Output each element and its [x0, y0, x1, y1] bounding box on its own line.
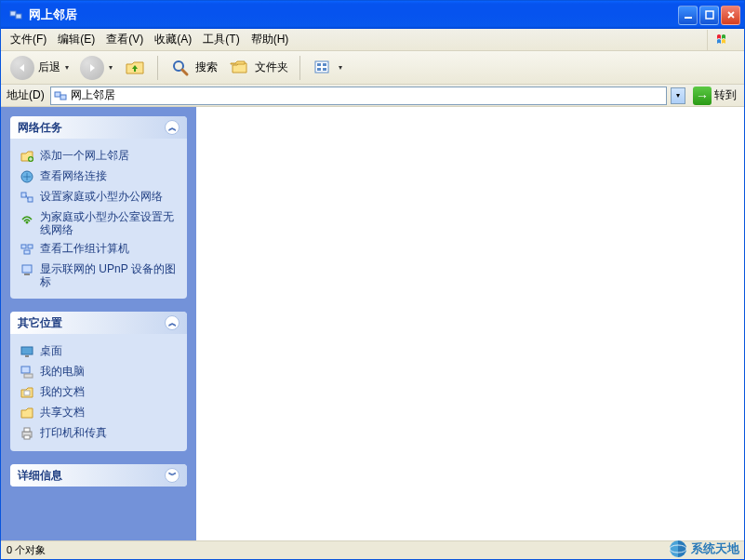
svg-rect-6 — [317, 63, 321, 66]
svg-rect-9 — [323, 68, 326, 71]
folders-button[interactable]: 文件夹 — [225, 55, 292, 81]
task-view-workgroup[interactable]: 查看工作组计算机 — [20, 239, 178, 260]
svg-rect-19 — [24, 250, 30, 254]
place-desktop[interactable]: 桌面 — [20, 341, 178, 362]
maximize-button[interactable] — [699, 6, 719, 25]
menu-view[interactable]: 查看(V) — [100, 30, 149, 49]
toolbar: 后退 ▾ ▾ 搜索 文件夹 ▾ — [1, 51, 744, 85]
shared-folder-icon — [20, 406, 34, 420]
address-dropdown[interactable]: ▾ — [671, 87, 685, 104]
place-my-documents[interactable]: 我的文档 — [20, 382, 178, 403]
back-button[interactable]: 后退 ▾ — [7, 54, 73, 82]
add-place-icon — [20, 149, 34, 164]
chevron-down-icon: ▾ — [65, 63, 69, 72]
task-show-upnp[interactable]: 显示联网的 UPnP 设备的图标 — [20, 260, 178, 291]
task-setup-network[interactable]: 设置家庭或小型办公网络 — [20, 187, 178, 207]
desktop-icon — [20, 344, 34, 359]
printer-icon — [20, 426, 34, 441]
address-label: 地址(D) — [5, 87, 47, 103]
place-my-computer[interactable]: 我的电脑 — [20, 362, 178, 382]
go-button[interactable]: → 转到 — [689, 87, 740, 105]
panel-header-other[interactable]: 其它位置 ︽ — [10, 312, 187, 334]
menu-bar: 文件(F) 编辑(E) 查看(V) 收藏(A) 工具(T) 帮助(H) — [1, 29, 744, 51]
back-icon — [10, 56, 34, 80]
address-bar: 地址(D) 网上邻居 ▾ → 转到 — [1, 85, 744, 107]
status-text: 0 个对象 — [7, 543, 46, 557]
panel-details: 详细信息 ︾ — [10, 464, 187, 487]
menu-edit[interactable]: 编辑(E) — [52, 30, 100, 49]
task-setup-wireless[interactable]: 为家庭或小型办公室设置无线网络 — [20, 207, 178, 239]
views-icon — [312, 57, 334, 79]
place-printers[interactable]: 打印机和传真 — [20, 423, 178, 444]
svg-rect-14 — [21, 193, 26, 197]
up-button[interactable] — [120, 55, 150, 81]
tasks-sidebar: 网络任务 ︽ 添加一个网上邻居 查看网络连接 设置家庭或小型办公网络 — [1, 107, 196, 540]
svg-rect-8 — [317, 68, 321, 71]
svg-rect-26 — [24, 391, 30, 395]
svg-rect-25 — [24, 374, 33, 378]
window-title: 网上邻居 — [27, 7, 678, 23]
content-area[interactable] — [196, 107, 744, 540]
menu-file[interactable]: 文件(F) — [5, 30, 52, 49]
chevron-down-icon: ▾ — [109, 63, 113, 72]
menu-tools[interactable]: 工具(T) — [197, 30, 245, 49]
svg-rect-2 — [685, 17, 692, 19]
folder-up-icon — [124, 57, 146, 79]
task-view-connections[interactable]: 查看网络连接 — [20, 167, 178, 187]
panel-network-tasks: 网络任务 ︽ 添加一个网上邻居 查看网络连接 设置家庭或小型办公网络 — [10, 116, 187, 299]
svg-rect-20 — [22, 265, 32, 273]
computer-icon — [20, 365, 34, 380]
svg-rect-1 — [16, 14, 21, 19]
documents-icon — [20, 385, 34, 400]
svg-rect-3 — [706, 11, 713, 19]
views-button[interactable]: ▾ — [308, 55, 346, 81]
collapse-icon: ︽ — [165, 120, 180, 135]
forward-button[interactable]: ▾ — [76, 54, 116, 82]
svg-rect-28 — [24, 428, 30, 432]
collapse-icon: ︽ — [165, 315, 180, 330]
panel-header-details[interactable]: 详细信息 ︾ — [10, 464, 187, 487]
svg-rect-10 — [55, 92, 60, 97]
panel-header-network[interactable]: 网络任务 ︽ — [10, 116, 187, 139]
menu-favorites[interactable]: 收藏(A) — [149, 30, 197, 49]
svg-rect-17 — [21, 245, 26, 248]
go-arrow-icon: → — [693, 87, 712, 105]
windows-flag-icon — [707, 30, 740, 50]
folders-icon — [229, 57, 251, 79]
address-value: 网上邻居 — [71, 87, 115, 103]
svg-point-16 — [26, 221, 29, 224]
network-connections-icon — [20, 169, 34, 184]
svg-rect-15 — [28, 197, 33, 202]
expand-icon: ︾ — [165, 468, 180, 483]
svg-rect-5 — [315, 61, 328, 73]
svg-rect-0 — [10, 11, 16, 16]
upnp-icon — [20, 262, 34, 277]
place-shared-documents[interactable]: 共享文档 — [20, 403, 178, 423]
task-add-network-place[interactable]: 添加一个网上邻居 — [20, 146, 178, 167]
wireless-icon — [20, 210, 34, 225]
svg-rect-23 — [25, 355, 29, 357]
svg-rect-21 — [24, 273, 30, 275]
svg-rect-11 — [60, 95, 66, 100]
panel-other-places: 其它位置 ︽ 桌面 我的电脑 我的文档 — [10, 312, 187, 451]
menu-help[interactable]: 帮助(H) — [246, 30, 295, 49]
setup-network-icon — [20, 190, 34, 205]
svg-rect-29 — [24, 435, 30, 439]
status-bar: 0 个对象 — [1, 540, 744, 559]
forward-icon — [80, 56, 104, 80]
chevron-down-icon: ▾ — [339, 63, 342, 72]
svg-rect-7 — [323, 63, 326, 66]
minimize-button[interactable] — [678, 6, 698, 25]
search-icon — [169, 57, 192, 79]
svg-rect-24 — [21, 367, 30, 373]
svg-rect-18 — [28, 245, 33, 248]
workgroup-icon — [20, 242, 34, 257]
app-icon — [8, 7, 23, 22]
location-icon — [53, 88, 68, 103]
close-button[interactable] — [721, 6, 740, 25]
search-button[interactable]: 搜索 — [166, 55, 221, 81]
svg-rect-22 — [21, 347, 33, 354]
address-input[interactable]: 网上邻居 — [50, 87, 667, 105]
